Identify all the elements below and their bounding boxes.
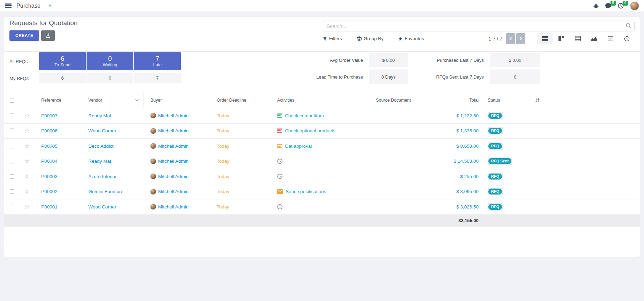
buyer-link[interactable]: Mitchell Admin (158, 144, 188, 149)
vendor-link[interactable]: Gemini Furniture (88, 189, 124, 194)
tasks-icon[interactable] (277, 113, 282, 118)
list-view-button[interactable] (537, 33, 553, 44)
envelope-icon[interactable] (277, 189, 283, 194)
tasks-icon[interactable] (277, 129, 282, 133)
header-total[interactable]: Total (425, 98, 481, 103)
table-row[interactable]: ☆ P00006 Wood Corner Mitchell Admin Toda… (4, 124, 640, 139)
favorite-star-icon[interactable]: ☆ (20, 173, 34, 180)
calendar-view-button[interactable] (603, 33, 618, 44)
vendor-link[interactable]: Wood Corner (88, 204, 116, 210)
buyer-link[interactable]: Mitchell Admin (158, 159, 188, 164)
graph-view-button[interactable] (586, 33, 602, 44)
kpi-to-send[interactable]: 6 To Send (39, 52, 86, 70)
control-panel: Requests for Quotation CREATE Filters (4, 17, 640, 51)
messages-icon[interactable]: 5 (605, 3, 612, 9)
header-activities[interactable]: Activities (270, 98, 369, 103)
create-button[interactable]: CREATE (9, 30, 39, 41)
header-status[interactable]: Status (481, 98, 530, 103)
vendor-link[interactable]: Wood Corner (88, 128, 116, 133)
buyer-link[interactable]: Mitchell Admin (158, 189, 188, 194)
table-row[interactable]: ☆ P00005 Deco Addict Mitchell Admin Toda… (4, 139, 640, 154)
search-input[interactable] (323, 21, 635, 31)
clock-icon[interactable] (277, 204, 283, 210)
table-row[interactable]: ☆ P00001 Wood Corner Mitchell Admin Toda… (4, 199, 640, 215)
pivot-view-button[interactable] (570, 33, 585, 44)
all-rfqs-label: All RFQs (9, 52, 38, 71)
group-by-button[interactable]: Group By (357, 36, 384, 41)
apps-menu-icon[interactable] (5, 3, 12, 8)
select-all-checkbox[interactable] (10, 98, 14, 103)
activity-label[interactable]: Get approval (285, 144, 312, 149)
kpi-waiting[interactable]: 0 Waiting (87, 52, 133, 70)
header-vendor[interactable]: Vendor (81, 93, 143, 108)
row-checkbox[interactable] (10, 189, 14, 194)
favorite-star-icon[interactable]: ☆ (20, 188, 34, 195)
reference-link[interactable]: P00003 (41, 174, 58, 179)
clock-icon[interactable] (277, 174, 283, 179)
buyer-link[interactable]: Mitchell Admin (158, 204, 188, 210)
vendor-link[interactable]: Azure Interior (88, 174, 117, 179)
vendor-link[interactable]: Ready Mat (88, 159, 111, 164)
debug-bug-icon[interactable] (593, 3, 599, 8)
reference-link[interactable]: P00004 (41, 159, 58, 164)
user-avatar[interactable] (630, 1, 639, 10)
tasks-icon[interactable] (277, 144, 282, 148)
pager-previous-button[interactable] (506, 33, 515, 44)
buyer-link[interactable]: Mitchell Admin (158, 113, 188, 118)
row-checkbox[interactable] (10, 159, 14, 163)
row-total: $ 255.00 (425, 174, 481, 179)
kpi-late-label: Late (153, 63, 162, 67)
table-row[interactable]: ☆ P00002 Gemini Furniture Mitchell Admin… (4, 184, 640, 200)
reference-link[interactable]: P00006 (41, 128, 58, 133)
reference-link[interactable]: P00001 (41, 204, 58, 210)
export-button[interactable] (41, 30, 55, 41)
row-checkbox[interactable] (10, 129, 14, 133)
favorite-star-icon[interactable]: ☆ (20, 157, 34, 165)
reference-link[interactable]: P00007 (41, 113, 58, 118)
activity-view-button[interactable] (619, 33, 635, 44)
table-row[interactable]: ☆ P00003 Azure Interior Mitchell Admin T… (4, 169, 640, 184)
buyer-avatar (150, 113, 156, 118)
list-icon (542, 36, 548, 41)
my-waiting-count[interactable]: 0 (87, 73, 133, 83)
row-checkbox[interactable] (10, 174, 14, 179)
plus-icon[interactable]: + (48, 2, 52, 9)
table-row[interactable]: ☆ P00007 Ready Mat Mitchell Admin Today … (4, 108, 640, 124)
activity-label[interactable]: Check optional products (285, 128, 335, 133)
app-name[interactable]: Purchase (16, 3, 40, 9)
row-checkbox[interactable] (10, 113, 14, 118)
vendor-link[interactable]: Deco Addict (88, 144, 113, 149)
row-checkbox[interactable] (10, 205, 14, 209)
buyer-link[interactable]: Mitchell Admin (158, 174, 188, 179)
activity-label[interactable]: Send specifications (286, 189, 326, 194)
favorites-button[interactable]: ★ Favorites (398, 36, 424, 41)
header-reference[interactable]: Reference (34, 98, 81, 103)
chevron-left-icon (509, 37, 513, 41)
favorite-star-icon[interactable]: ☆ (20, 112, 34, 119)
buyer-link[interactable]: Mitchell Admin (158, 128, 188, 133)
buyer-avatar (150, 189, 156, 194)
optional-columns-button[interactable] (530, 98, 545, 103)
kanban-view-button[interactable] (554, 33, 569, 44)
header-source-document[interactable]: Source Document (369, 98, 425, 103)
reference-link[interactable]: P00002 (41, 189, 58, 194)
header-buyer[interactable]: Buyer (143, 98, 210, 103)
reference-link[interactable]: P00005 (41, 144, 58, 149)
filters-button[interactable]: Filters (323, 36, 342, 41)
row-checkbox[interactable] (10, 144, 14, 148)
table-row[interactable]: ☆ P00004 Ready Mat Mitchell Admin Today … (4, 154, 640, 169)
favorite-star-icon[interactable]: ☆ (20, 142, 34, 150)
pager-next-button[interactable] (516, 33, 525, 44)
my-late-count[interactable]: 7 (134, 73, 181, 83)
kpi-late[interactable]: 7 Late (134, 52, 181, 70)
clock-icon[interactable] (277, 159, 283, 164)
order-deadline-value: Today (210, 128, 270, 133)
activity-label[interactable]: Check competitors (285, 113, 324, 118)
activities-clock-icon[interactable]: 9 (618, 3, 624, 9)
vendor-link[interactable]: Ready Mat (88, 113, 111, 118)
favorite-star-icon[interactable]: ☆ (20, 127, 34, 134)
my-to-send-count[interactable]: 6 (39, 73, 86, 83)
favorite-star-icon[interactable]: ☆ (20, 203, 34, 211)
header-order-deadline[interactable]: Order Deadline (210, 93, 270, 108)
search-icon[interactable] (626, 23, 631, 30)
